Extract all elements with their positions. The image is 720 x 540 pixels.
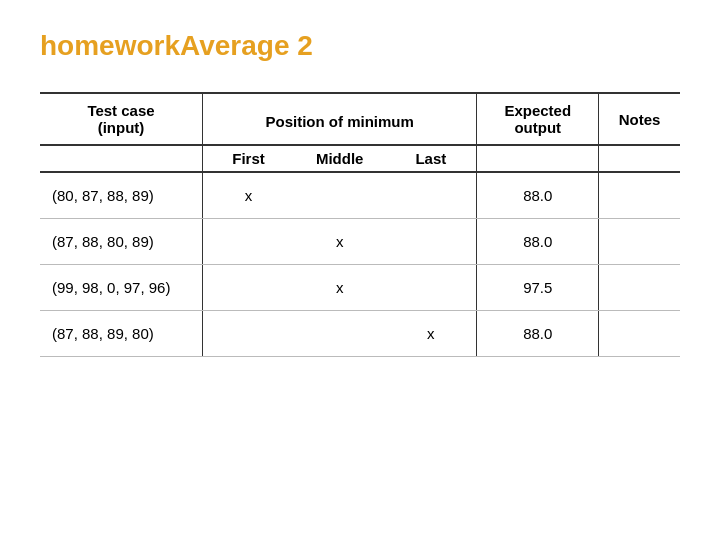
position-of-minimum-header: Position of minimum	[203, 93, 477, 145]
sub-header-last: Last	[385, 145, 476, 172]
middle-cell-4	[294, 311, 385, 357]
test-case-cell-2: (87, 88, 80, 89)	[40, 219, 203, 265]
notes-sub-header	[599, 145, 680, 172]
first-cell-2	[203, 219, 294, 265]
last-cell-3	[385, 265, 476, 311]
table-row: (87, 88, 89, 80) x 88.0	[40, 311, 680, 357]
table-row: (99, 98, 0, 97, 96) x 97.5	[40, 265, 680, 311]
last-cell-4: x	[385, 311, 476, 357]
first-cell-1: x	[203, 172, 294, 219]
notes-header: Notes	[599, 93, 680, 145]
page-container: homeworkAverage 2 Test case(input) Posit…	[0, 0, 720, 540]
expected-output-cell-4: 88.0	[477, 311, 599, 357]
middle-cell-1	[294, 172, 385, 219]
expected-output-sub-header	[477, 145, 599, 172]
sub-header-middle: Middle	[294, 145, 385, 172]
table-wrapper: Test case(input) Position of minimum Exp…	[40, 92, 680, 357]
first-cell-4	[203, 311, 294, 357]
notes-cell-3	[599, 265, 680, 311]
notes-cell-1	[599, 172, 680, 219]
test-case-cell-1: (80, 87, 88, 89)	[40, 172, 203, 219]
test-case-cell-3: (99, 98, 0, 97, 96)	[40, 265, 203, 311]
sub-header-first: First	[203, 145, 294, 172]
test-case-sub-header	[40, 145, 203, 172]
test-case-cell-4: (87, 88, 89, 80)	[40, 311, 203, 357]
table-row: (80, 87, 88, 89) x 88.0	[40, 172, 680, 219]
expected-output-cell-2: 88.0	[477, 219, 599, 265]
notes-cell-2	[599, 219, 680, 265]
main-table: Test case(input) Position of minimum Exp…	[40, 92, 680, 357]
page-title: homeworkAverage 2	[40, 30, 680, 62]
notes-cell-4	[599, 311, 680, 357]
expected-output-header: Expectedoutput	[477, 93, 599, 145]
last-cell-2	[385, 219, 476, 265]
middle-cell-3: x	[294, 265, 385, 311]
expected-output-cell-1: 88.0	[477, 172, 599, 219]
last-cell-1	[385, 172, 476, 219]
first-cell-3	[203, 265, 294, 311]
expected-output-cell-3: 97.5	[477, 265, 599, 311]
table-row: (87, 88, 80, 89) x 88.0	[40, 219, 680, 265]
middle-cell-2: x	[294, 219, 385, 265]
test-case-header: Test case(input)	[40, 93, 203, 145]
